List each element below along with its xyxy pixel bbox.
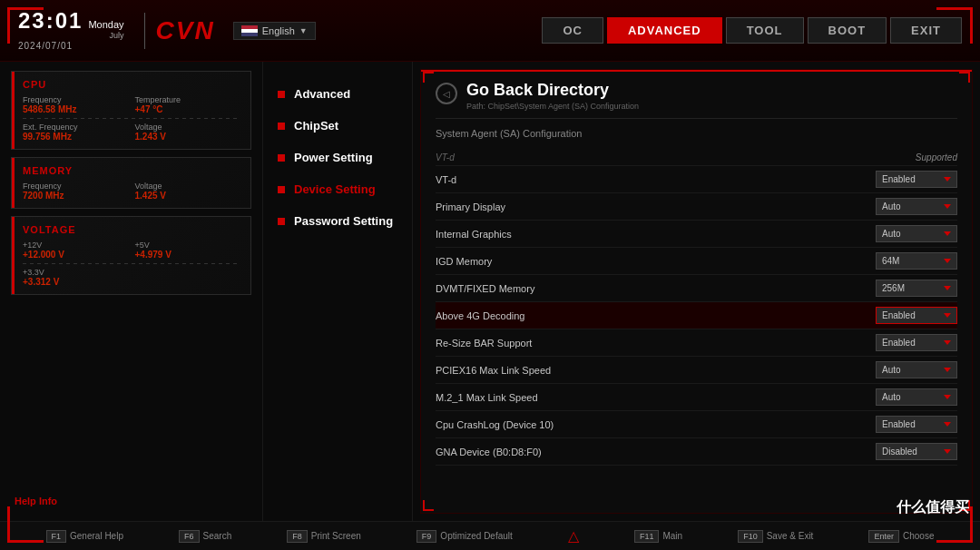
config-header-name: VT-d <box>436 150 848 166</box>
footer-save-exit: F10 Save & Exit <box>738 530 813 543</box>
tab-oc[interactable]: OC <box>542 17 603 44</box>
v33-label: +3.3V <box>23 268 128 277</box>
go-back-info: Go Back Directory Path: ChipSet\System A… <box>466 81 639 111</box>
footer-key-f1: F1 <box>46 530 67 543</box>
voltage-divider <box>23 263 240 264</box>
footer-label-save-exit: Save & Exit <box>767 531 814 541</box>
table-row: Cpu CrashLog (Device 10) Enabled <box>436 411 957 438</box>
dropdown-igd-memory[interactable]: 64M <box>876 252 957 270</box>
triangle-icon: △ <box>568 527 579 545</box>
sidebar-label-device: Device Setting <box>294 182 376 196</box>
cpu-temp-value: +47 °C <box>135 104 240 114</box>
footer-key-f8: F8 <box>287 530 308 543</box>
footer-triangle: △ <box>568 527 579 545</box>
config-value-above4g: Enabled <box>848 302 957 329</box>
mem-voltage-label: Voltage <box>135 182 240 191</box>
footer-label-optimized: Optimized Default <box>440 531 512 541</box>
voltage-title: VOLTAGE <box>23 224 240 235</box>
sidebar-item-password[interactable]: Password Setting <box>272 207 403 235</box>
mem-freq-label: Frequency <box>23 182 128 191</box>
sidebar-item-power[interactable]: Power Setting <box>272 143 403 172</box>
dropdown-primary-display[interactable]: Auto <box>876 198 957 215</box>
table-row: PCIEX16 Max Link Speed Auto <box>436 357 957 384</box>
dropdown-above4g[interactable]: Enabled <box>876 307 957 324</box>
panel-corner-bl <box>423 500 434 511</box>
corner-decoration-bl <box>7 506 44 543</box>
left-panel: CPU Frequency 5486.58 MHz Temperature +4… <box>0 62 263 521</box>
corner-decoration-tr <box>936 7 973 44</box>
config-label-pciex16: PCIEX16 Max Link Speed <box>436 357 848 384</box>
config-value-internal-graphics: Auto <box>848 221 957 248</box>
config-value-rebar: Enabled <box>848 329 957 357</box>
day-display: Monday <box>88 19 123 31</box>
config-value-vtd: Enabled <box>848 166 957 193</box>
v5-label: +5V <box>135 241 240 250</box>
header: 23:01 Monday July 2024/07/01 CVN English… <box>0 0 980 62</box>
tab-boot[interactable]: Boot <box>808 17 887 44</box>
cpu-freq-label: Frequency <box>23 95 128 104</box>
config-label-m2: M.2_1 Max Link Speed <box>436 384 848 411</box>
sidebar-item-advanced[interactable]: Advanced <box>272 80 403 108</box>
config-label-primary-display: Primary Display <box>436 193 848 221</box>
config-label-rebar: Re-Size BAR Support <box>436 329 848 357</box>
config-value-gna: Disabled <box>848 438 957 466</box>
config-value-igd-memory: 64M <box>848 248 957 275</box>
panel-corner-tr <box>959 72 970 83</box>
tab-advanced[interactable]: ADVANCED <box>607 17 722 44</box>
sidebar-label-advanced: Advanced <box>294 87 350 101</box>
dropdown-internal-graphics[interactable]: Auto <box>876 225 957 242</box>
go-back-row: Go Back Directory Path: ChipSet\System A… <box>436 81 957 119</box>
section-header: System Agent (SA) Configuration <box>436 128 957 142</box>
config-label-vtd: VT-d <box>436 166 848 193</box>
dropdown-crashlog[interactable]: Enabled <box>876 416 957 433</box>
cpu-voltage-value: 1.243 V <box>135 132 240 142</box>
go-back-path: Path: ChipSet\System Agent (SA) Configur… <box>466 102 639 111</box>
v12-value: +12.000 V <box>23 250 128 260</box>
corner-decoration-tl <box>7 7 44 44</box>
footer-key-enter: Enter <box>868 530 899 543</box>
footer-general-help: F1 General Help <box>46 530 123 543</box>
tab-tool[interactable]: TOOL <box>726 17 804 44</box>
cpu-title: CPU <box>23 79 240 90</box>
language-label: English <box>262 25 295 36</box>
dropdown-gna[interactable]: Disabled <box>876 443 957 460</box>
sidebar-bullet-advanced <box>278 91 285 98</box>
memory-card: MEMORY Frequency 7200 MHz Voltage 1.425 … <box>11 157 251 209</box>
footer-main: F11 Main <box>634 530 682 543</box>
dropdown-vtd[interactable]: Enabled <box>876 171 957 188</box>
dropdown-m2[interactable]: Auto <box>876 388 957 406</box>
cpu-divider <box>23 118 240 119</box>
help-info-label: Help Info <box>15 496 57 506</box>
cpu-card: CPU Frequency 5486.58 MHz Temperature +4… <box>11 71 251 150</box>
dropdown-pciex16[interactable]: Auto <box>876 361 957 378</box>
footer-key-f9: F9 <box>416 530 437 543</box>
config-label-above4g: Above 4G Decoding <box>436 302 848 329</box>
sidebar-bullet-chipset <box>278 123 285 130</box>
help-info: Help Info <box>11 488 251 512</box>
table-row: GNA Device (B0:D8:F0) Disabled <box>436 438 957 466</box>
dropdown-rebar[interactable]: Enabled <box>876 334 957 351</box>
sidebar-item-chipset[interactable]: ChipSet <box>272 112 403 140</box>
cpu-temp-label: Temperature <box>135 95 240 104</box>
table-row-header: VT-d Supported <box>436 150 957 166</box>
table-row: IGD Memory 64M <box>436 248 957 275</box>
go-back-button[interactable] <box>436 83 457 104</box>
table-row: M.2_1 Max Link Speed Auto <box>436 384 957 411</box>
v12-label: +12V <box>23 241 128 250</box>
sidebar-label-power: Power Setting <box>294 151 373 164</box>
sidebar-bullet-device <box>278 186 285 193</box>
language-selector[interactable]: English ▼ <box>233 22 316 40</box>
dropdown-dvmt[interactable]: 256M <box>876 280 957 297</box>
cpu-ext-freq-value: 99.756 MHz <box>23 132 128 142</box>
sidebar-item-device[interactable]: Device Setting <box>272 175 403 203</box>
footer-label-choose: Choose <box>903 531 934 541</box>
mem-freq-value: 7200 MHz <box>23 191 128 201</box>
table-row: DVMT/FIXED Memory 256M <box>436 275 957 302</box>
v5-value: +4.979 V <box>135 250 240 260</box>
voltage-card: VOLTAGE +12V +12.000 V +5V +4.979 V +3.3… <box>11 216 251 295</box>
footer-label-search: Search <box>203 531 232 541</box>
sidebar-label-password: Password Setting <box>294 214 393 228</box>
config-value-dvmt: 256M <box>848 275 957 302</box>
flag-icon <box>241 25 258 36</box>
header-divider <box>144 13 145 49</box>
